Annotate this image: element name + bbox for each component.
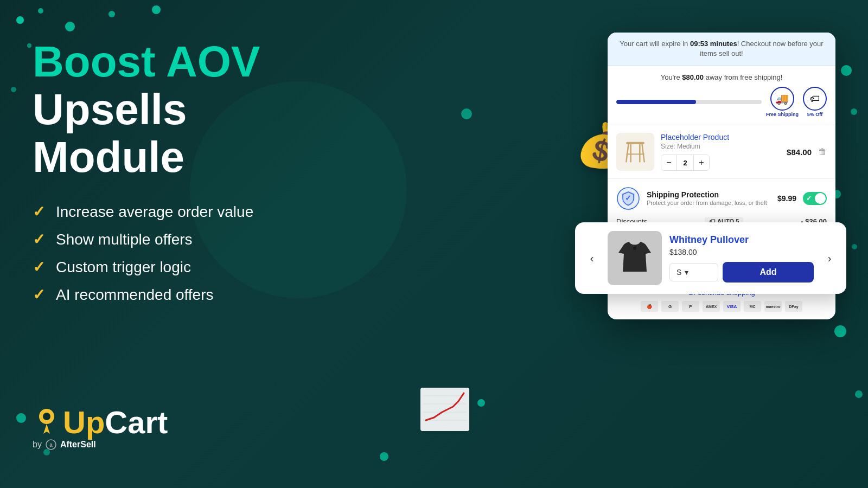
amex-small-icon: AMEX <box>703 301 720 312</box>
boost-aov-title: Boost AOV <box>33 38 412 86</box>
logo-pin-icon <box>33 407 61 438</box>
logo-by: by <box>33 440 42 450</box>
checkmark-in-toggle: ✓ <box>806 195 812 202</box>
feature-text-1: Increase average order value <box>56 203 253 221</box>
svg-line-11 <box>642 144 644 162</box>
size-select[interactable]: S ▾ <box>669 263 718 281</box>
qty-increase-button[interactable]: + <box>694 155 709 170</box>
progress-container: 🚚 Free Shipping 🏷 5% Off <box>616 87 827 117</box>
svg-text:✓: ✓ <box>625 194 631 202</box>
timer-banner: Your cart will expire in 09:53 minutes! … <box>608 33 835 66</box>
logo-cart: Cart <box>105 407 168 438</box>
size-value: S <box>676 268 681 277</box>
cart-section: Your cart will expire in 09:53 minutes! … <box>608 33 835 319</box>
logo-up: Up <box>63 407 105 438</box>
prev-upsell-button[interactable]: ‹ <box>584 250 600 266</box>
product-image <box>616 133 654 171</box>
feature-text-3: Custom trigger logic <box>56 259 191 276</box>
discount-icon-wrap: 🏷 5% Off <box>803 87 827 117</box>
qty-value: 2 <box>676 155 694 170</box>
svg-rect-4 <box>420 388 469 431</box>
product-info: Placeholder Product Size: Medium − 2 + <box>661 133 780 171</box>
aftersell-name: AfterSell <box>60 440 96 450</box>
shipping-icon-wrap: 🚚 Free Shipping <box>766 87 799 117</box>
feature-text-4: AI recommended offers <box>56 286 214 304</box>
product-size: Size: Medium <box>661 143 780 150</box>
upsell-card: ‹ Whitney Pullover $138.00 S ▾ Add › <box>575 222 846 294</box>
product-row: Placeholder Product Size: Medium − 2 + $… <box>608 125 835 179</box>
shipping-protection-toggle[interactable]: ✓ <box>803 192 827 205</box>
maestro-small-icon: maestro <box>764 301 782 312</box>
toggle-knob <box>815 193 826 204</box>
check-icon-3: ✓ <box>33 258 45 276</box>
timer-text: Your cart will expire in <box>620 40 690 48</box>
upsell-product-price: $138.00 <box>669 248 814 256</box>
sp-title: Shipping Protection <box>647 190 771 199</box>
upcart-logo: Up Cart by a AfterSell <box>33 407 168 450</box>
feature-text-2: Show multiple offers <box>56 231 193 248</box>
upsells-title: Upsells <box>33 86 412 133</box>
shipping-truck-icon: 🚚 <box>770 87 794 111</box>
paypal-small-icon: P <box>682 301 699 312</box>
shipping-amount: $80.00 <box>682 73 704 81</box>
qty-decrease-button[interactable]: − <box>661 155 676 170</box>
timer-value: 09:53 minutes <box>690 40 737 48</box>
add-to-cart-button[interactable]: Add <box>723 262 814 282</box>
svg-text:a: a <box>49 442 53 448</box>
upsell-controls: S ▾ Add <box>669 262 814 282</box>
qty-control[interactable]: − 2 + <box>661 155 710 171</box>
visa-small-icon: VISA <box>723 301 741 312</box>
svg-point-17 <box>633 247 636 250</box>
left-content: Boost AOV Upsells Module ✓ Increase aver… <box>33 38 412 313</box>
next-upsell-button[interactable]: › <box>821 250 838 266</box>
sp-info: Shipping Protection Protect your order f… <box>647 190 771 207</box>
sp-price: $9.99 <box>777 194 796 203</box>
small-payment-icons: 🍎 G P AMEX VISA MC maestro DPay <box>616 301 827 312</box>
discount-badge-label: 5% Off <box>807 112 823 117</box>
feature-item-3: ✓ Custom trigger logic <box>33 258 412 276</box>
features-list: ✓ Increase average order value ✓ Show mu… <box>33 203 412 304</box>
pullover-icon <box>613 236 656 280</box>
upsell-product-name: Whitney Pullover <box>669 234 814 246</box>
progress-fill <box>616 100 696 104</box>
apple-small-icon: 🍎 <box>641 301 658 312</box>
shipping-text: You're $80.00 away from free shipping! <box>616 73 827 81</box>
check-icon-1: ✓ <box>33 203 45 221</box>
stool-icon <box>622 138 649 165</box>
upsell-product-image <box>608 231 662 285</box>
check-icon-4: ✓ <box>33 286 45 304</box>
shipping-protection-row: ✓ Shipping Protection Protect your order… <box>616 187 827 210</box>
shipping-section: You're $80.00 away from free shipping! 🚚… <box>608 66 835 125</box>
gpay-small-icon: G <box>661 301 679 312</box>
svg-point-1 <box>43 413 50 420</box>
chevron-down-icon: ▾ <box>685 268 688 277</box>
product-name: Placeholder Product <box>661 133 780 142</box>
mc-small-icon: MC <box>744 301 761 312</box>
chart-decoration <box>418 385 472 434</box>
shipping-prefix: You're <box>661 73 682 81</box>
feature-item-1: ✓ Increase average order value <box>33 203 412 221</box>
module-title: Module <box>33 133 412 181</box>
shield-protection-icon: ✓ <box>616 187 640 210</box>
feature-item-2: ✓ Show multiple offers <box>33 230 412 248</box>
upsell-info: Whitney Pullover $138.00 S ▾ Add <box>669 234 814 282</box>
free-shipping-label: Free Shipping <box>766 112 799 117</box>
check-icon-2: ✓ <box>33 230 45 248</box>
product-price: $84.00 <box>787 147 812 157</box>
svg-line-10 <box>626 144 628 162</box>
feature-item-4: ✓ AI recommended offers <box>33 286 412 304</box>
delete-icon[interactable]: 🗑 <box>818 147 827 157</box>
sp-desc: Protect your order from damage, loss, or… <box>647 199 771 207</box>
dpay-small-icon: DPay <box>785 301 802 312</box>
shipping-suffix: away from free shipping! <box>704 73 782 81</box>
progress-bar <box>616 100 762 104</box>
discount-tag-icon: 🏷 <box>803 87 827 111</box>
aftersell-icon: a <box>46 439 56 450</box>
